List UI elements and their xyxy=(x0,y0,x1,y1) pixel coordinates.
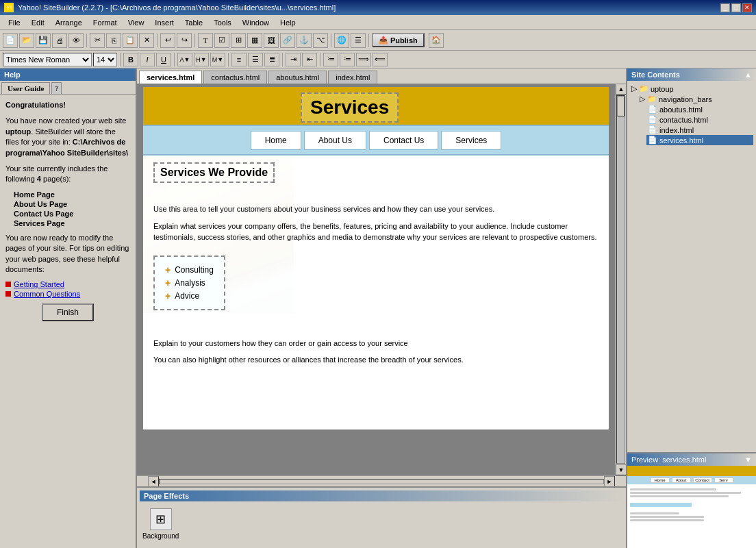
save-btn[interactable]: 💾 xyxy=(36,33,51,48)
scroll-up-btn[interactable]: ▲ xyxy=(616,84,626,95)
preview-btn[interactable]: 👁 xyxy=(68,33,84,48)
copy-btn[interactable]: ⎘ xyxy=(106,33,121,48)
undo-btn[interactable]: ↩ xyxy=(160,33,175,48)
tab-aboutus[interactable]: aboutus.html xyxy=(268,71,327,84)
menu-file[interactable]: File xyxy=(3,17,26,28)
finish-button[interactable]: Finish xyxy=(42,303,94,321)
text-btn[interactable]: T xyxy=(198,33,213,48)
checkbox-btn[interactable]: ☑ xyxy=(214,33,229,48)
editor-area: services.html contactus.html aboutus.htm… xyxy=(137,68,626,548)
tree-root[interactable]: ▷ 📁 uptoup xyxy=(630,84,753,94)
list-indent-btn[interactable]: ⟹ xyxy=(356,53,371,66)
menu-window[interactable]: Window xyxy=(237,17,275,28)
tab-index[interactable]: index.html xyxy=(328,71,377,84)
marker-btn[interactable]: M▼ xyxy=(210,53,225,66)
help-tab-user-guide[interactable]: User Guide xyxy=(1,82,50,94)
tree-file-aboutus[interactable]: 📄 aboutus.html xyxy=(646,104,753,114)
service-label-3: Advice xyxy=(175,291,199,301)
menu-view[interactable]: View xyxy=(123,17,150,28)
link-about-page[interactable]: About Us Page xyxy=(14,200,130,208)
nav-services[interactable]: Services xyxy=(441,131,501,150)
open-btn[interactable]: 📂 xyxy=(19,33,34,48)
print-btn[interactable]: 🖨 xyxy=(52,33,67,48)
hscroll-track[interactable] xyxy=(159,479,604,484)
horizontal-scrollbar[interactable]: ◄ ► xyxy=(137,475,626,486)
scroll-down-btn[interactable]: ▼ xyxy=(616,464,626,475)
preview-line-7 xyxy=(630,519,704,521)
font-size-select[interactable]: 14 xyxy=(93,53,117,66)
cut-btn[interactable]: ✂ xyxy=(90,33,105,48)
font-family-select[interactable]: Times New Roman xyxy=(3,53,92,66)
tree-file-index[interactable]: 📄 index.html xyxy=(646,125,753,135)
ul-btn[interactable]: ≔ xyxy=(323,53,338,66)
table-btn[interactable]: ⊞ xyxy=(231,33,246,48)
highlight-btn[interactable]: H▼ xyxy=(194,53,209,66)
globe-btn[interactable]: 🌐 xyxy=(334,33,349,48)
scroll-track[interactable] xyxy=(616,95,625,464)
page-header: Services xyxy=(143,87,609,125)
link-common-questions[interactable]: Common Questions xyxy=(14,290,80,298)
bold-btn[interactable]: B xyxy=(123,53,138,66)
site-contents-scroll-btn[interactable]: ▲ xyxy=(744,71,752,79)
nav-home[interactable]: Home xyxy=(251,131,301,150)
img-btn[interactable]: 🖼 xyxy=(264,33,279,48)
vertical-scrollbar[interactable]: ▲ ▼ xyxy=(615,84,626,475)
nav-about[interactable]: About Us xyxy=(304,131,366,150)
ol-btn[interactable]: ≔ xyxy=(340,53,355,66)
form-btn[interactable]: ▦ xyxy=(247,33,262,48)
align-center-btn[interactable]: ☰ xyxy=(248,53,263,66)
sitemap-btn[interactable]: 🏠 xyxy=(429,33,444,48)
tab-services[interactable]: services.html xyxy=(139,71,202,84)
help-tab-question[interactable]: ? xyxy=(51,82,62,94)
align-left-btn[interactable]: ≡ xyxy=(231,53,247,66)
anchor-btn[interactable]: ⚓ xyxy=(297,33,312,48)
menu-insert[interactable]: Insert xyxy=(149,17,179,28)
link-home-page[interactable]: Home Page xyxy=(14,190,130,199)
maximize-btn[interactable]: □ xyxy=(731,3,741,12)
nav-btn[interactable]: ☰ xyxy=(351,33,366,48)
menu-arrange[interactable]: Arrange xyxy=(50,17,88,28)
paste-btn[interactable]: 📋 xyxy=(123,33,138,48)
list-outdent-btn[interactable]: ⟸ xyxy=(373,53,388,66)
scroll-thumb[interactable] xyxy=(617,96,625,116)
services-title-box[interactable]: Services xyxy=(301,92,399,123)
color-btn[interactable]: A▼ xyxy=(177,53,192,66)
tree-nav-folder[interactable]: ▷ 📁 navigation_bars xyxy=(638,94,753,104)
close-btn[interactable]: ✕ xyxy=(742,3,752,12)
outdent-btn[interactable]: ⇤ xyxy=(302,53,317,66)
new-btn[interactable]: 📄 xyxy=(3,33,18,48)
italic-btn[interactable]: I xyxy=(140,53,155,66)
background-effect[interactable]: ⊞ Background xyxy=(142,508,179,540)
canvas-scroll[interactable]: Services Home About Us Contact Us Servic… xyxy=(137,84,615,475)
menu-tools[interactable]: Tools xyxy=(208,17,237,28)
tab-contactus[interactable]: contactus.html xyxy=(203,71,267,84)
publish-button[interactable]: 📤 Publish xyxy=(372,33,425,47)
background-icon: ⊞ xyxy=(150,508,172,530)
script-btn[interactable]: ⌥ xyxy=(313,33,328,48)
services-list[interactable]: + Consulting + Analysis + Advice xyxy=(153,256,225,310)
preview-dropdown-btn[interactable]: ▼ xyxy=(744,456,752,464)
underline-btn[interactable]: U xyxy=(156,53,171,66)
indent-btn[interactable]: ⇥ xyxy=(286,53,301,66)
align-right-btn[interactable]: ≣ xyxy=(264,53,279,66)
preview-thumbnail: Home About Contact Serv xyxy=(627,466,756,548)
link-contact-page[interactable]: Contact Us Page xyxy=(14,210,130,218)
redo-btn[interactable]: ↪ xyxy=(177,33,192,48)
menu-help[interactable]: Help xyxy=(275,17,301,28)
tree-file-contactus[interactable]: 📄 contactus.html xyxy=(646,114,753,125)
hscroll-right-btn[interactable]: ► xyxy=(604,476,615,487)
link-services-page[interactable]: Services Page xyxy=(14,219,130,227)
plus-icon-1: + xyxy=(165,264,171,275)
section-title-box[interactable]: Services We Provide xyxy=(153,162,275,183)
menu-format[interactable]: Format xyxy=(88,17,123,28)
link-btn[interactable]: 🔗 xyxy=(280,33,295,48)
link-getting-started[interactable]: Getting Started xyxy=(14,280,64,288)
tree-file-services[interactable]: 📄 services.html xyxy=(646,135,753,145)
nav-contact[interactable]: Contact Us xyxy=(369,131,438,150)
menu-edit[interactable]: Edit xyxy=(26,17,50,28)
delete-btn[interactable]: ✕ xyxy=(139,33,154,48)
menu-table[interactable]: Table xyxy=(179,17,208,28)
minimize-btn[interactable]: _ xyxy=(720,3,730,12)
hscroll-left-btn[interactable]: ◄ xyxy=(148,476,159,487)
publish-icon: 📤 xyxy=(379,36,388,45)
